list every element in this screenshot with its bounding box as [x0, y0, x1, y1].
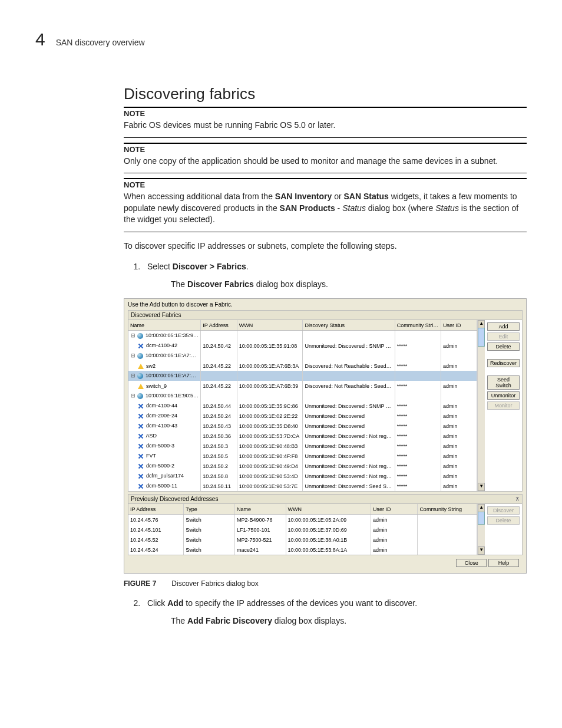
warn-icon — [138, 364, 144, 369]
help-button[interactable]: Help — [488, 559, 519, 567]
previous-addresses-bar: Previously Discovered Addresses ⊼ — [128, 494, 523, 504]
table-row[interactable]: ASD10.24.50.3610:00:00:05:1E:53:7D:CAUnm… — [128, 431, 477, 441]
step-1-followup: The Discover Fabrics dialog box displays… — [171, 279, 527, 291]
globe-icon — [137, 333, 143, 339]
page-header: 4 SAN discovery overview — [35, 29, 527, 50]
scroll-thumb[interactable] — [478, 512, 485, 525]
table-row[interactable]: dcm-5000-1110.24.50.1110:00:00:05:1E:90:… — [128, 481, 477, 491]
chapter-title: SAN discovery overview — [56, 38, 145, 47]
figure-caption: FIGURE 7Discover Fabrics dialog box — [124, 579, 527, 588]
x-icon — [138, 483, 144, 489]
step-2: Click Add to specify the IP addresses of… — [143, 597, 527, 627]
table-row[interactable]: ⊟ 10:00:00:05:1E:35:91:0 — [128, 331, 477, 341]
x-icon — [138, 413, 144, 419]
x-icon — [138, 443, 144, 449]
table-row[interactable]: ⊟ 10:00:00:05:1E:A7:6B: — [128, 371, 477, 381]
scroll-up-icon[interactable]: ▲ — [478, 504, 485, 512]
scroll-thumb[interactable] — [478, 328, 485, 347]
note-text: When accessing additional data from the … — [124, 191, 527, 226]
scrollbar-2[interactable]: ▲ ▼ — [477, 504, 485, 555]
table-row[interactable]: dcm-5000-310.24.50.310:00:00:05:1E:90:48… — [128, 441, 477, 451]
globe-icon — [137, 353, 143, 359]
column-header[interactable]: IP Address — [201, 320, 237, 331]
table-row[interactable]: dcm-200e-2410.24.50.2410:00:00:05:1E:02:… — [128, 411, 477, 421]
note-label: NOTE — [124, 109, 527, 118]
warn-icon — [138, 384, 144, 389]
column-header[interactable]: User ID — [371, 504, 417, 515]
note-text: Only one copy of the application should … — [124, 156, 527, 167]
table-row[interactable]: ⊟ 10:00:00:05:1E:90:53:7 — [128, 391, 477, 401]
edit-button[interactable]: Edit — [487, 332, 520, 341]
scroll-down-icon[interactable]: ▼ — [478, 546, 485, 555]
x-icon — [138, 403, 144, 409]
column-header[interactable]: Community String — [395, 320, 441, 331]
column-header[interactable]: WWN — [286, 504, 371, 515]
column-header[interactable]: IP Address — [128, 504, 184, 515]
column-header[interactable]: User ID — [441, 320, 477, 331]
column-header[interactable]: Discovery Status — [303, 320, 395, 331]
step-2-followup: The Add Fabric Discovery dialog box disp… — [171, 615, 527, 627]
discover-button[interactable]: Discover — [487, 506, 520, 515]
add-button[interactable]: Add — [487, 322, 520, 331]
table-row[interactable]: FVT10.24.50.510:00:00:05:1E:90:4F:F8Unmo… — [128, 451, 477, 461]
scrollbar[interactable]: ▲ ▼ — [477, 320, 485, 491]
column-header[interactable]: Community String — [418, 504, 477, 515]
rediscover-button[interactable]: Rediscover — [487, 359, 520, 367]
table-row[interactable]: dcm-4100-4410.24.50.4410:00:00:05:1E:35:… — [128, 401, 477, 411]
table-row[interactable]: dcm-5000-210.24.50.210:00:00:05:1E:90:49… — [128, 461, 477, 471]
table-row[interactable]: 10.24.45.52SwitchMP2-7500-52110:00:00:05… — [128, 535, 477, 545]
table-row[interactable]: 10.24.45.101SwitchLF1-7500-10110:00:00:0… — [128, 525, 477, 535]
delete-button-2[interactable]: Delete — [487, 516, 520, 525]
x-icon — [138, 433, 144, 439]
delete-button[interactable]: Delete — [487, 342, 520, 351]
collapse-icon[interactable]: ⊼ — [515, 496, 520, 502]
chapter-number: 4 — [35, 29, 45, 50]
table-row[interactable]: 10.24.45.24Switchmace24110:00:00:05:1E:5… — [128, 545, 477, 555]
step-1: Select Discover > Fabrics. The Discover … — [143, 261, 527, 291]
table-row[interactable]: dcm-4100-4310.24.50.4310:00:00:05:1E:35:… — [128, 421, 477, 431]
globe-icon — [137, 393, 143, 399]
table-row[interactable]: switch_910.24.45.2210:00:00:05:1E:A7:6B:… — [128, 381, 477, 391]
column-header[interactable]: Name — [128, 320, 201, 331]
column-header[interactable]: WWN — [237, 320, 303, 331]
x-icon — [138, 473, 144, 479]
discover-fabrics-dialog: Use the Add button to discover a Fabric.… — [124, 298, 527, 574]
x-icon — [138, 423, 144, 429]
table-row[interactable]: dcm-4100-4210.24.50.4210:00:00:05:1E:35:… — [128, 341, 477, 351]
discovered-fabrics-bar: Discovered Fabrics — [128, 310, 523, 320]
x-icon — [138, 453, 144, 459]
x-icon — [138, 463, 144, 469]
discovered-buttons: Add Edit Delete Rediscover Seed Switch U… — [485, 320, 522, 491]
column-header[interactable]: Type — [184, 504, 235, 515]
dialog-instruction: Use the Add button to discover a Fabric. — [128, 301, 523, 308]
note-label: NOTE — [124, 180, 527, 189]
scroll-up-icon[interactable]: ▲ — [478, 320, 485, 328]
column-header[interactable]: Name — [234, 504, 286, 515]
seed-switch-button[interactable]: Seed Switch — [487, 375, 520, 390]
table-row[interactable]: sw210.24.45.2210:00:00:05:1E:A7:6B:3ADis… — [128, 361, 477, 371]
previous-buttons: Discover Delete — [485, 504, 522, 555]
note-text: Fabric OS devices must be running Fabric… — [124, 120, 527, 131]
table-row[interactable]: 10.24.45.76SwitchMP2-B4900-7610:00:00:05… — [128, 515, 477, 525]
unmonitor-button[interactable]: Unmonitor — [487, 391, 520, 400]
page-title: Discovering fabrics — [124, 85, 527, 103]
discovered-fabrics-table[interactable]: NameIP AddressWWNDiscovery StatusCommuni… — [128, 320, 477, 491]
globe-icon — [137, 373, 143, 379]
note-label: NOTE — [124, 145, 527, 154]
table-row[interactable]: dcfm_pulsar17410.24.50.810:00:00:05:1E:9… — [128, 471, 477, 481]
scroll-down-icon[interactable]: ▼ — [478, 483, 485, 491]
x-icon — [138, 343, 144, 349]
monitor-button[interactable]: Monitor — [487, 401, 520, 410]
close-button[interactable]: Close — [456, 559, 487, 567]
table-row[interactable]: ⊟ 10:00:00:05:1E:A7:6B: — [128, 351, 477, 361]
previous-addresses-table[interactable]: IP AddressTypeNameWWNUser IDCommunity St… — [128, 504, 477, 555]
intro-text: To discover specific IP addresses or sub… — [124, 241, 527, 252]
